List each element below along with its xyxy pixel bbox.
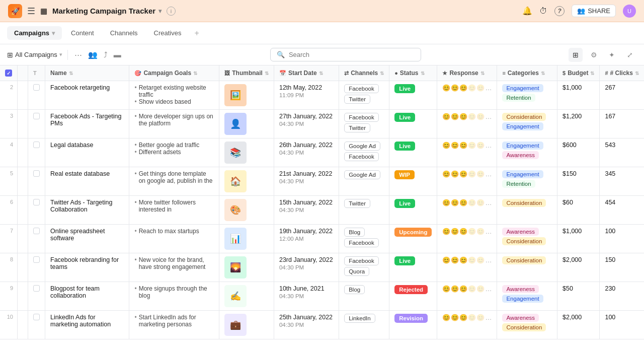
project-dropdown-icon[interactable]: ▾ — [158, 8, 162, 15]
thumbnail-cell: 🏠 — [219, 167, 274, 196]
row-checkbox[interactable] — [33, 285, 40, 292]
th-name[interactable]: Name ⇅ — [45, 65, 129, 81]
row-checkbox[interactable] — [33, 142, 40, 148]
th-response[interactable]: ★ Response ⇅ — [437, 65, 497, 81]
categories-sort-icon[interactable]: ⇅ — [541, 71, 545, 76]
th-categories[interactable]: ≡ Categories ⇅ — [497, 65, 557, 81]
face-filled: 😊 — [442, 285, 450, 293]
th-start-date[interactable]: 📅 Start Date ⇅ — [274, 65, 339, 81]
goal-item: •Start LinkedIn ads for marketing person… — [134, 314, 214, 328]
row-checkbox[interactable] — [33, 199, 40, 205]
goal-text: Different adsets — [139, 149, 181, 156]
face-empty: 😊 — [468, 256, 476, 264]
row-checkbox-cell[interactable] — [28, 196, 45, 225]
select-all-checkbox[interactable]: ✓ — [5, 69, 12, 77]
thumb-sort-icon[interactable]: ⇅ — [265, 71, 269, 76]
row-checkbox[interactable] — [33, 256, 40, 263]
budget-value: $1,200 — [562, 113, 582, 120]
th-budget[interactable]: $ Budget ⇅ — [557, 65, 600, 81]
response-sort-icon[interactable]: ⇅ — [480, 71, 485, 76]
row-checkbox[interactable] — [33, 170, 40, 177]
th-clicks[interactable]: # # Clicks ⇅ — [600, 65, 644, 81]
share-button[interactable]: 👥 SHARE — [572, 5, 616, 17]
settings-icon[interactable]: ⚙ — [587, 48, 601, 62]
tab-campaigns-dropdown[interactable]: ▾ — [52, 30, 55, 37]
search-box[interactable]: 🔍 — [270, 48, 421, 61]
th-pin — [18, 65, 28, 81]
row-checkbox-cell[interactable] — [28, 253, 45, 282]
view-dropdown-icon[interactable]: ▾ — [59, 51, 62, 58]
campaign-goals-cell: •Better google ad traffic•Different adse… — [129, 138, 219, 167]
budget-sort-icon[interactable]: ⇅ — [590, 71, 594, 76]
start-time: 12:00 AM — [279, 236, 334, 242]
start-date: 27th January, 2022 — [279, 113, 334, 120]
goal-item: •Retarget existing website traffic — [134, 84, 214, 98]
layout-icon[interactable]: ▬ — [112, 49, 123, 60]
campaign-name: Blogpost for team collaboration — [50, 285, 100, 299]
goals-sort-icon[interactable]: ⇅ — [193, 71, 197, 76]
start-date-cell: 25th January, 202204:30 PM — [274, 311, 339, 339]
group-by-icon[interactable]: 👥 — [87, 49, 99, 61]
start-time: 04:30 PM — [279, 264, 334, 270]
campaign-name-cell: Facebook Ads - Targeting PMs — [45, 110, 129, 138]
notifications-icon[interactable]: 🔔 — [522, 6, 532, 16]
face-filled: 😊 — [459, 142, 467, 149]
row-checkbox-cell[interactable] — [28, 110, 45, 138]
campaign-goals-cell: •Start LinkedIn ads for marketing person… — [129, 311, 219, 339]
view-selector[interactable]: ⊞ All Campaigns ▾ — [7, 51, 62, 59]
clicks-sort-icon[interactable]: ⇅ — [635, 71, 639, 76]
magic-icon[interactable]: ✦ — [605, 48, 619, 62]
history-icon[interactable]: ⏱ — [539, 7, 547, 16]
tab-creatives[interactable]: Creatives — [147, 26, 189, 40]
filter-icon[interactable]: ⊞ — [569, 48, 583, 62]
help-icon[interactable]: ? — [554, 6, 565, 16]
tab-channels[interactable]: Channels — [103, 26, 145, 40]
row-checkbox-cell[interactable] — [28, 81, 45, 110]
th-status[interactable]: ● Status ⇅ — [389, 65, 437, 81]
row-checkbox[interactable] — [33, 113, 40, 119]
category-badge: Awareness — [502, 228, 539, 236]
start-time: 04:30 PM — [279, 322, 334, 328]
face-empty: 😊 — [468, 170, 476, 178]
thumbnail: 📊 — [224, 228, 247, 250]
row-checkbox-cell[interactable] — [28, 282, 45, 311]
date-sort-icon[interactable]: ⇅ — [319, 71, 323, 76]
face-empty: 😊 — [476, 256, 485, 264]
th-goals[interactable]: 🎯 Campaign Goals ⇅ — [129, 65, 219, 81]
status-sort-icon[interactable]: ⇅ — [421, 71, 425, 76]
thumbnail: 🏠 — [224, 170, 247, 192]
campaign-goals-cell: •More developer sign ups on the platform — [129, 110, 219, 138]
channels-sort-icon[interactable]: ⇅ — [380, 71, 384, 76]
expand-icon[interactable]: ⤢ — [623, 48, 637, 62]
info-icon[interactable]: i — [167, 7, 176, 16]
share-view-icon[interactable]: ⤴ — [102, 49, 109, 60]
row-checkbox[interactable] — [33, 314, 40, 320]
row-checkbox[interactable] — [33, 84, 40, 91]
th-channels[interactable]: ⇄ Channels ⇅ — [339, 65, 389, 81]
hamburger-menu[interactable]: ☰ — [27, 6, 35, 17]
goal-item: •Show videos based — [134, 98, 214, 105]
clicks-value: 100 — [605, 314, 615, 321]
tab-content[interactable]: Content — [64, 26, 101, 40]
face-empty: 😊 — [476, 199, 485, 206]
th-checkbox[interactable]: ✓ — [0, 65, 18, 81]
th-thumbnail[interactable]: 🖼 Thumbnail ⇅ — [219, 65, 274, 81]
row-checkbox-cell[interactable] — [28, 311, 45, 339]
row-checkbox-cell[interactable] — [28, 167, 45, 196]
row-number: 5 — [0, 167, 18, 196]
add-tab-button[interactable]: + — [190, 27, 203, 40]
row-checkbox[interactable] — [33, 228, 40, 234]
row-number: 2 — [0, 81, 18, 110]
face-empty: 😊 — [468, 113, 476, 120]
name-sort-icon[interactable]: ⇅ — [69, 71, 73, 76]
budget-value: $1,000 — [562, 228, 582, 235]
channel-badge: Twitter — [344, 123, 370, 132]
tab-campaigns[interactable]: Campaigns ▾ — [7, 26, 62, 40]
row-checkbox-cell[interactable] — [28, 225, 45, 253]
search-input[interactable] — [289, 51, 415, 58]
more-options-icon[interactable]: ⋯ — [73, 49, 84, 61]
goal-text: More developer sign ups on the platform — [139, 113, 214, 127]
response-cell: 😊😊😊😊😊… — [437, 167, 497, 196]
category-badge: Consideration — [502, 256, 546, 264]
row-checkbox-cell[interactable] — [28, 138, 45, 167]
